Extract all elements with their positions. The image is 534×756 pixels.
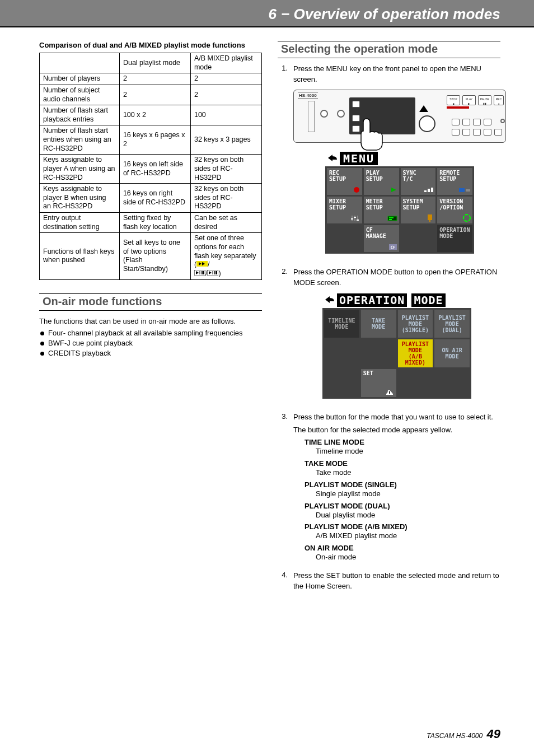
mixer-icon bbox=[350, 215, 360, 222]
version-icon bbox=[463, 214, 471, 222]
table-row: Number of flash start playback entries10… bbox=[40, 105, 262, 125]
step-text: Press the SET button to enable the selec… bbox=[293, 571, 500, 592]
step-1: 1. Press the MENU key on the front panel… bbox=[278, 64, 500, 262]
svg-rect-29 bbox=[428, 214, 432, 220]
step-number: 3. bbox=[278, 412, 288, 565]
remote-icon bbox=[458, 186, 471, 193]
svg-rect-11 bbox=[214, 271, 216, 274]
table-cell-text: Set one of three options for each flash … bbox=[194, 234, 256, 259]
comparison-heading: Comparison of dual and A/B MIXED playlis… bbox=[39, 41, 262, 49]
selecting-heading: Selecting the operation mode bbox=[278, 41, 500, 58]
operation-title-a: OPERATION bbox=[337, 293, 407, 307]
svg-rect-27 bbox=[389, 217, 394, 218]
operation-mode-button[interactable]: TAKEMODE bbox=[361, 310, 396, 338]
mode-description: A/B MIXED playlist mode bbox=[293, 531, 500, 542]
menu-button[interactable]: METERSETUP bbox=[364, 197, 399, 223]
rec-button-icon: REC● bbox=[494, 95, 504, 105]
menu-button[interactable]: OPERATIONMODE bbox=[437, 225, 472, 252]
svg-rect-25 bbox=[357, 220, 359, 221]
menu-button[interactable]: REMOTESETUP bbox=[437, 168, 472, 195]
mode-label: PLAYLIST MODE (SINGLE) bbox=[293, 480, 500, 489]
right-column: Selecting the operation mode 1. Press th… bbox=[278, 41, 500, 600]
menu-button[interactable]: VERSION/OPTION bbox=[437, 197, 472, 223]
page-title: 6 − Overview of operation modes bbox=[0, 6, 500, 23]
svg-rect-28 bbox=[389, 219, 392, 220]
flash-play-icon bbox=[196, 260, 208, 269]
stop-button-icon: STOP■ bbox=[447, 95, 460, 105]
step-text: Press the MENU key on the front panel to… bbox=[293, 64, 506, 85]
menu-button[interactable]: SYNCT/C bbox=[401, 168, 436, 195]
page-footer: TASCAM HS-4000 49 bbox=[427, 727, 500, 741]
svg-rect-18 bbox=[459, 188, 465, 192]
table-row: Keys assignable to player B when using a… bbox=[40, 184, 262, 213]
mode-label: ON AIR MODE bbox=[293, 544, 500, 552]
menu-screenshot: MENU RECSETUPPLAYSETUPSYNCT/CREMOTESETUP… bbox=[325, 151, 474, 254]
operation-mode-button[interactable]: PLAYLISTMODE(SINGLE) bbox=[398, 310, 433, 338]
operation-mode-button[interactable]: TIMELINEMODE bbox=[324, 310, 359, 338]
table-row: Entry output destination settingSetting … bbox=[40, 213, 262, 233]
svg-rect-17 bbox=[431, 188, 433, 192]
operation-mode-screenshot: OPERATION MODE TIMELINEMODETAKEMODEPLAYL… bbox=[322, 292, 471, 399]
onair-intro: The functions that can be used in on-air… bbox=[39, 316, 262, 327]
mode-description: Take mode bbox=[293, 468, 500, 478]
onair-list: Four- channel playback at all available … bbox=[39, 329, 262, 357]
menu-button[interactable]: PLAYSETUP bbox=[364, 168, 399, 195]
step-4: 4. Press the SET button to enable the se… bbox=[278, 571, 500, 594]
mode-label: TIME LINE MODE bbox=[293, 438, 500, 446]
svg-point-31 bbox=[463, 214, 470, 221]
device-model-label: HS-4000 bbox=[298, 92, 318, 99]
svg-rect-7 bbox=[203, 271, 204, 274]
step-number: 4. bbox=[278, 571, 288, 594]
left-column: Comparison of dual and A/B MIXED playlis… bbox=[39, 41, 262, 600]
rec-icon bbox=[353, 186, 360, 193]
mode-description: Timeline mode bbox=[293, 446, 500, 457]
menu-button[interactable]: MIXERSETUP bbox=[327, 197, 362, 223]
step-number: 1. bbox=[278, 64, 288, 262]
operation-title-b: MODE bbox=[411, 293, 445, 307]
svg-rect-24 bbox=[354, 217, 356, 218]
svg-rect-21 bbox=[354, 216, 355, 221]
list-item: BWF-J cue point playback bbox=[39, 339, 262, 347]
play-pause-icon bbox=[194, 269, 205, 278]
menu-title-bar: MENU bbox=[325, 151, 474, 166]
table-head-cell: A/B MIXED playlist mode bbox=[190, 53, 261, 73]
svg-rect-15 bbox=[424, 190, 427, 192]
step-3: 3. Press the button for the mode that yo… bbox=[278, 412, 500, 565]
table-head-cell bbox=[40, 53, 120, 73]
list-item: CREDITS playback bbox=[39, 349, 262, 357]
set-button[interactable]: SET bbox=[361, 369, 396, 397]
svg-rect-23 bbox=[351, 218, 353, 220]
mode-description: Single playlist mode bbox=[293, 489, 500, 500]
operation-mode-button[interactable]: ON AIRMODE bbox=[434, 339, 470, 367]
cf-icon: CF bbox=[388, 244, 397, 250]
svg-marker-14 bbox=[391, 188, 396, 192]
mode-label: PLAYLIST MODE (DUAL) bbox=[293, 502, 500, 510]
operation-mode-button[interactable]: PLAYLISTMODE(A/B MIXED) bbox=[398, 339, 433, 367]
svg-rect-12 bbox=[216, 271, 217, 274]
svg-rect-16 bbox=[428, 189, 430, 192]
table-row: Functions of flash keys when pushed Set … bbox=[40, 233, 262, 279]
step-text: The button for the selected mode appears… bbox=[293, 425, 500, 436]
svg-text:CF: CF bbox=[390, 245, 395, 250]
step-number: 2. bbox=[278, 267, 288, 407]
operation-title-bar: OPERATION MODE bbox=[322, 292, 471, 308]
svg-point-13 bbox=[354, 187, 359, 193]
device-illustration: HS-4000 STOP■ PLAY▶ PAUSE▮▮ REC● bbox=[293, 90, 506, 143]
table-row: Number of flash start entries when using… bbox=[40, 125, 262, 155]
sync-icon bbox=[424, 186, 434, 193]
menu-button[interactable]: CFMANAGECF bbox=[364, 225, 399, 252]
meter-icon bbox=[387, 215, 397, 222]
operation-mode-button[interactable]: PLAYLISTMODE(DUAL) bbox=[434, 310, 470, 338]
menu-button[interactable]: SYSTEMSETUP bbox=[401, 197, 436, 223]
back-arrow-icon bbox=[326, 152, 339, 165]
table-head-cell: Dual playlist mode bbox=[119, 53, 190, 73]
footer-brand: TASCAM HS-4000 bbox=[427, 732, 483, 740]
menu-button[interactable]: RECSETUP bbox=[327, 168, 362, 195]
step-text: Press the button for the mode that you w… bbox=[293, 412, 500, 423]
page-header: 6 − Overview of operation modes bbox=[0, 0, 534, 27]
onair-heading: On-air mode functions bbox=[39, 293, 262, 311]
pointing-hand-icon bbox=[358, 118, 385, 153]
table-row: Keys assignable to player A when using a… bbox=[40, 155, 262, 184]
comparison-table: Dual playlist mode A/B MIXED playlist mo… bbox=[39, 53, 262, 280]
play-pause-icon bbox=[207, 269, 218, 278]
